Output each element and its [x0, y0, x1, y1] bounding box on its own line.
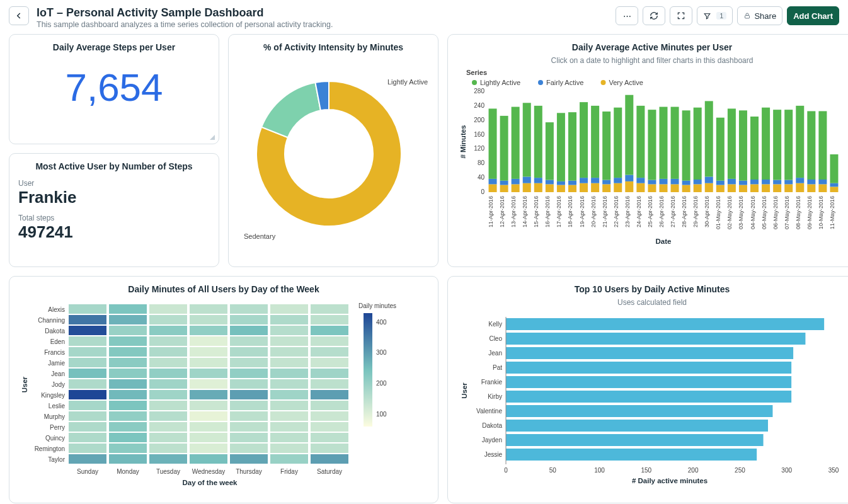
svg-text:300: 300 [376, 349, 387, 356]
svg-text:200: 200 [376, 380, 387, 387]
svg-text:Very Active: Very Active [609, 79, 643, 86]
card-subtitle: Uses calculated field [457, 298, 847, 307]
card-title: Daily Minutes of All Users by Day of the… [18, 284, 429, 294]
svg-rect-140 [830, 154, 838, 183]
svg-rect-43 [557, 181, 565, 185]
donut-card[interactable]: % of Activity Intensity by Minutes Light… [228, 34, 438, 267]
add-chart-button[interactable]: Add Chart [787, 6, 839, 25]
svg-text:Kelly: Kelly [488, 321, 502, 328]
svg-rect-111 [750, 180, 759, 184]
svg-text:User: User [21, 376, 28, 392]
svg-rect-126 [796, 183, 804, 192]
svg-rect-210 [109, 390, 147, 399]
svg-text:10-May-2016: 10-May-2016 [818, 196, 824, 229]
svg-text:05-May-2016: 05-May-2016 [761, 196, 767, 229]
svg-rect-218 [109, 401, 147, 410]
svg-rect-260 [190, 454, 227, 464]
resize-handle-icon[interactable] [210, 135, 215, 140]
svg-rect-18 [489, 184, 497, 192]
svg-rect-134 [818, 184, 827, 192]
svg-rect-274 [364, 313, 372, 427]
svg-rect-254 [270, 444, 308, 453]
svg-text:200: 200 [688, 467, 699, 474]
svg-rect-48 [568, 112, 576, 181]
svg-rect-135 [818, 180, 827, 184]
svg-rect-250 [109, 444, 147, 453]
svg-rect-84 [671, 107, 679, 179]
svg-rect-246 [270, 433, 308, 442]
svg-rect-149 [230, 304, 268, 314]
stacked-card[interactable]: Daily Average Active Minutes per User Cl… [447, 34, 848, 267]
svg-text:Kirby: Kirby [488, 393, 502, 400]
share-button[interactable]: Share [737, 6, 782, 25]
svg-rect-235 [149, 422, 187, 432]
svg-rect-178 [109, 347, 147, 357]
more-button[interactable]: ⋯ [616, 6, 638, 25]
card-title: Most Active User by Number of Steps [18, 161, 210, 171]
svg-rect-243 [149, 433, 187, 442]
svg-rect-90 [694, 184, 702, 192]
svg-text:300: 300 [781, 467, 792, 474]
svg-rect-116 [762, 108, 770, 180]
svg-rect-123 [784, 180, 793, 185]
svg-text:150: 150 [641, 467, 652, 474]
svg-rect-158 [270, 315, 308, 324]
svg-rect-189 [230, 358, 268, 367]
heatmap-card[interactable]: Daily Minutes of All Users by Day of the… [9, 276, 438, 503]
svg-rect-166 [270, 326, 308, 335]
svg-rect-245 [230, 433, 268, 442]
svg-text:Perry: Perry [50, 424, 65, 431]
svg-rect-151 [311, 304, 348, 314]
filter-count: 1 [716, 12, 726, 20]
svg-text:03-May-2016: 03-May-2016 [738, 196, 744, 229]
svg-rect-27 [512, 179, 520, 185]
svg-text:24-Apr-2016: 24-Apr-2016 [636, 196, 642, 227]
svg-rect-294 [506, 420, 768, 432]
svg-rect-204 [190, 379, 227, 389]
svg-rect-82 [671, 184, 679, 192]
svg-rect-39 [546, 180, 554, 185]
svg-text:14-Apr-2016: 14-Apr-2016 [522, 196, 528, 227]
svg-rect-217 [69, 401, 106, 410]
refresh-button[interactable] [643, 6, 665, 25]
svg-rect-95 [705, 176, 713, 183]
svg-rect-110 [750, 184, 759, 192]
svg-rect-188 [190, 358, 227, 367]
svg-rect-247 [311, 433, 348, 442]
svg-text:Murphy: Murphy [44, 413, 65, 420]
svg-rect-177 [69, 347, 106, 357]
svg-rect-127 [796, 178, 804, 183]
svg-text:25-Apr-2016: 25-Apr-2016 [647, 196, 653, 227]
svg-rect-78 [659, 184, 667, 192]
svg-rect-139 [830, 183, 838, 187]
svg-text:User: User [461, 382, 468, 399]
page-subtitle: This sample dashboard analyzes a time se… [37, 20, 608, 29]
svg-rect-220 [190, 401, 227, 410]
svg-rect-197 [230, 369, 268, 378]
svg-rect-35 [534, 178, 542, 183]
svg-rect-120 [773, 110, 781, 180]
svg-rect-59 [602, 180, 610, 185]
svg-rect-175 [311, 336, 348, 346]
svg-rect-107 [739, 181, 747, 185]
most-active-card[interactable]: Most Active User by Number of Steps User… [9, 153, 219, 267]
filter-icon [703, 12, 711, 20]
svg-rect-50 [580, 183, 588, 192]
refresh-icon [650, 11, 658, 20]
filter-button[interactable]: 1 [697, 6, 733, 25]
steps-card[interactable]: Daily Average Steps per User 7,654 [9, 34, 219, 144]
svg-text:18-Apr-2016: 18-Apr-2016 [567, 196, 573, 227]
svg-text:Jody: Jody [52, 381, 65, 388]
svg-rect-161 [69, 326, 106, 335]
svg-rect-242 [109, 433, 147, 442]
svg-text:120: 120 [474, 145, 484, 152]
svg-rect-284 [506, 347, 793, 359]
back-button[interactable] [9, 6, 29, 25]
topusers-card[interactable]: Top 10 Users by Daily Active Minutes Use… [447, 276, 848, 503]
fullscreen-button[interactable] [670, 6, 692, 25]
svg-text:12-Apr-2016: 12-Apr-2016 [499, 196, 505, 227]
svg-rect-20 [489, 108, 497, 178]
svg-rect-186 [109, 358, 147, 367]
svg-text:Jean: Jean [488, 350, 502, 357]
svg-rect-145 [69, 304, 106, 314]
